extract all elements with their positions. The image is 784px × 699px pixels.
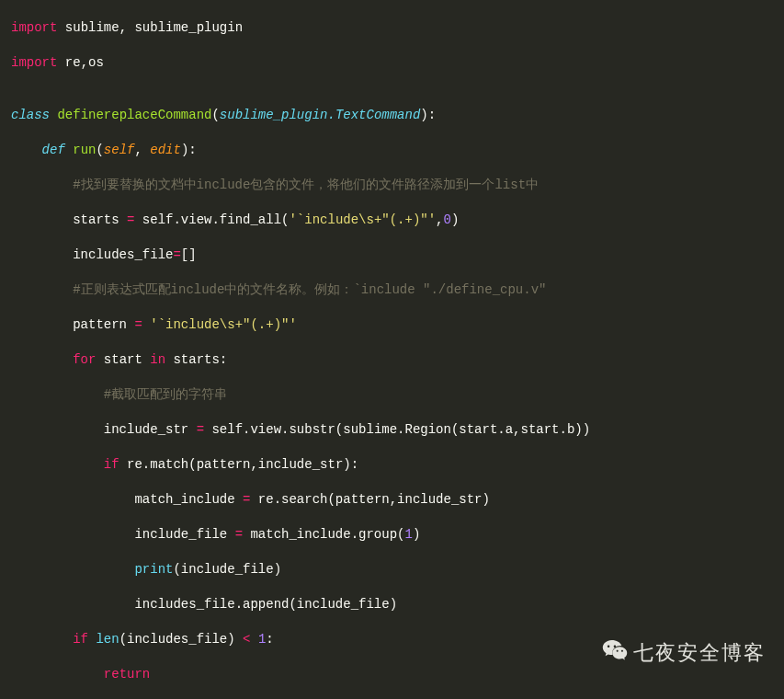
base-class: sublime_plugin.TextCommand xyxy=(220,108,420,122)
keyword-import: import xyxy=(11,20,57,35)
wechat-icon xyxy=(602,637,628,667)
code-block: import sublime, sublime_plugin import re… xyxy=(0,0,784,699)
watermark-text: 七夜安全博客 xyxy=(633,644,766,661)
watermark: 七夜安全博客 xyxy=(602,637,766,667)
method-name: run xyxy=(73,143,96,157)
keyword-import: import xyxy=(11,55,57,70)
keyword-class: class xyxy=(11,108,50,122)
comment: #截取匹配到的字符串 xyxy=(11,386,784,404)
keyword-def: def xyxy=(42,143,65,157)
comment: #正则表达式匹配include中的文件名称。例如：`include "./def… xyxy=(11,281,784,299)
comment: #找到要替换的文档中include包含的文件，将他们的文件路径添加到一个list… xyxy=(11,177,784,194)
class-name: definereplaceCommand xyxy=(57,108,211,122)
